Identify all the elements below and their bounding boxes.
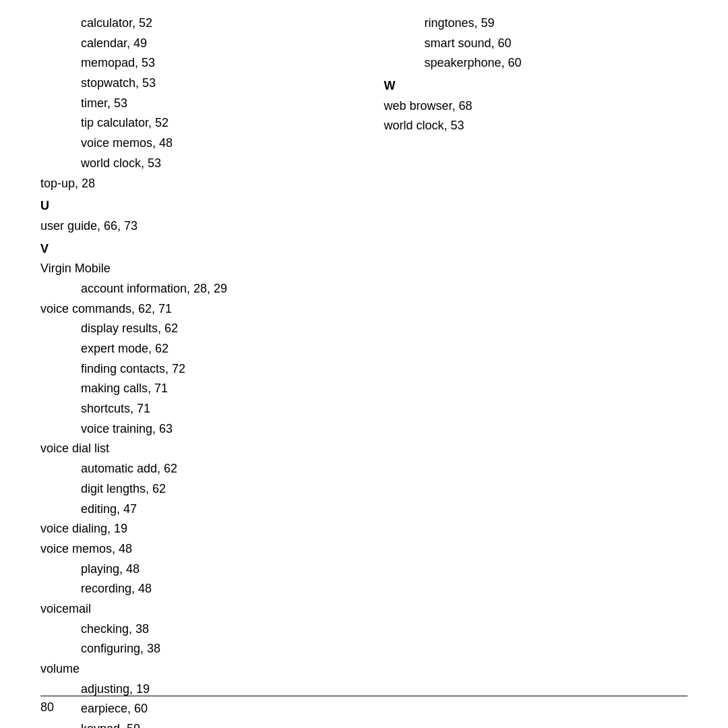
page-number: 80 [40, 700, 54, 714]
index-entry: digit lengths, 62 [40, 479, 384, 499]
index-entry: smart sound, 60 [384, 34, 688, 54]
index-entry: playing, 48 [40, 559, 384, 580]
index-entry: Virgin Mobile [40, 259, 384, 279]
index-entry: top-up, 28 [40, 174, 384, 194]
index-entry: U [40, 196, 384, 216]
index-entry: speakerphone, 60 [384, 53, 688, 73]
index-entry: voice dialing, 19 [40, 519, 384, 539]
index-entry: voicemail [40, 599, 384, 619]
index-entry: making calls, 71 [40, 379, 384, 399]
index-entry: calculator, 52 [40, 13, 384, 34]
index-entry: ringtones, 59 [384, 13, 688, 34]
index-entry: V [40, 239, 384, 260]
two-column-layout: calculator, 52calendar, 49memopad, 53sto… [40, 13, 688, 728]
index-entry: recording, 48 [40, 579, 384, 599]
index-entry: world clock, 53 [384, 116, 688, 136]
index-entry: tip calculator, 52 [40, 113, 384, 133]
index-entry: finding contacts, 72 [40, 359, 384, 380]
index-entry: account information, 28, 29 [40, 279, 384, 299]
index-entry: voice dial list [40, 439, 384, 459]
index-entry: editing, 47 [40, 499, 384, 520]
page-footer: 80 [40, 696, 688, 715]
index-entry: stopwatch, 53 [40, 73, 384, 94]
right-column: ringtones, 59smart sound, 60speakerphone… [384, 13, 688, 728]
index-entry: calendar, 49 [40, 34, 384, 54]
index-entry: timer, 53 [40, 94, 384, 114]
index-entry: checking, 38 [40, 619, 384, 640]
index-entry: shortcuts, 71 [40, 399, 384, 419]
index-entry: web browser, 68 [384, 96, 688, 117]
index-entry: voice memos, 48 [40, 539, 384, 559]
index-entry: W [384, 76, 688, 96]
index-entry: display results, 62 [40, 319, 384, 339]
index-entry: world clock, 53 [40, 154, 384, 174]
index-entry: expert mode, 62 [40, 339, 384, 359]
index-entry: configuring, 38 [40, 639, 384, 659]
index-entry: user guide, 66, 73 [40, 216, 384, 237]
index-entry: voice memos, 48 [40, 133, 384, 154]
index-entry: voice commands, 62, 71 [40, 299, 384, 320]
index-entry: automatic add, 62 [40, 459, 384, 479]
index-entry: keypad, 59 [40, 719, 384, 728]
left-column: calculator, 52calendar, 49memopad, 53sto… [40, 13, 384, 728]
index-entry: memopad, 53 [40, 53, 384, 73]
index-entry: voice training, 63 [40, 419, 384, 439]
index-entry: volume [40, 659, 384, 679]
page: calculator, 52calendar, 49memopad, 53sto… [0, 0, 728, 728]
